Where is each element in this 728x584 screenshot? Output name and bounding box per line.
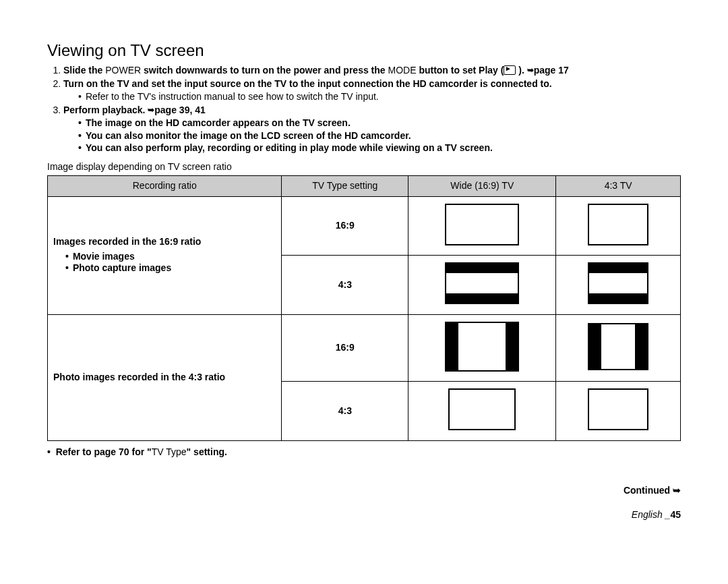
- sub-note: You can also monitor the image on the LC…: [78, 130, 681, 142]
- step-1: Slide the POWER switch downwards to turn…: [63, 65, 681, 77]
- col-wide-tv: Wide (16:9) TV: [408, 176, 556, 197]
- tv-type-label: TV Type: [152, 446, 187, 457]
- power-label: POWER: [105, 65, 141, 76]
- letterbox-icon: [445, 262, 519, 304]
- ratio-table: Recording ratio TV Type setting Wide (16…: [47, 175, 681, 441]
- page-title: Viewing on TV screen: [47, 40, 681, 61]
- cell-recording-43: Photo images recorded in the 4:3 ratio: [48, 314, 282, 440]
- page-ref: page 39, 41: [154, 105, 206, 115]
- language-label: English _: [632, 509, 671, 520]
- mode-label: MODE: [388, 65, 417, 76]
- sub-note: The image on the HD camcorder appears on…: [78, 117, 681, 129]
- footnote: • Refer to page 70 for "TV Type" setting…: [47, 446, 681, 459]
- text: button to set Play (: [417, 65, 504, 76]
- frame-icon: [588, 204, 648, 245]
- col-43-tv: 4:3 TV: [556, 176, 681, 197]
- frame-icon: [588, 388, 648, 430]
- cell-preview: [408, 382, 556, 441]
- text: Images recorded in the 16:9 ratio: [53, 236, 201, 247]
- cell-tv-type: 16:9: [282, 196, 408, 256]
- list-item: Photo capture images: [65, 262, 276, 274]
- text: Perform playback.: [63, 105, 148, 115]
- cell-preview: [408, 196, 556, 256]
- page-ref-arrow-icon: ➥: [148, 105, 154, 115]
- col-tv-type: TV Type setting: [282, 176, 408, 197]
- instruction-list: Slide the POWER switch downwards to turn…: [47, 65, 681, 154]
- table-row: Photo images recorded in the 4:3 ratio 1…: [48, 314, 681, 382]
- pillarbox-icon: [588, 323, 648, 370]
- text: Refer to page 70 for ": [56, 446, 152, 457]
- cell-preview: [408, 314, 556, 382]
- sub-note: You can also perform play, recording or …: [78, 142, 681, 154]
- cell-preview: [556, 314, 681, 382]
- page-number: 45: [670, 509, 681, 520]
- cell-preview: [556, 382, 681, 441]
- play-icon: [504, 65, 516, 75]
- text: " setting.: [187, 446, 227, 457]
- page-footer: English _45: [47, 509, 681, 521]
- cell-tv-type: 4:3: [282, 382, 408, 441]
- text: switch downwards to turn on the power an…: [141, 65, 388, 76]
- table-caption: Image display depending on TV screen rat…: [47, 161, 681, 173]
- continued-label: Continued ➥: [47, 485, 681, 497]
- table-row: Images recorded in the 16:9 ratio Movie …: [48, 196, 681, 256]
- text: Slide the: [63, 65, 105, 76]
- frame-icon: [445, 204, 519, 245]
- step-3: Perform playback. ➥page 39, 41 The image…: [63, 105, 681, 154]
- cell-preview: [408, 256, 556, 315]
- sub-note: Refer to the TV's instruction manual to …: [78, 91, 681, 103]
- page-ref: page 17: [534, 65, 569, 76]
- table-header-row: Recording ratio TV Type setting Wide (16…: [48, 176, 681, 197]
- list-item: Movie images: [65, 251, 276, 263]
- page-ref-arrow-icon: ➥: [527, 65, 534, 75]
- cell-preview: [556, 196, 681, 256]
- text: Photo images recorded in the 4:3 ratio: [53, 372, 225, 382]
- cell-preview: [556, 256, 681, 315]
- letterbox-icon: [588, 262, 648, 304]
- col-recording-ratio: Recording ratio: [48, 176, 282, 197]
- text: Turn on the TV and set the input source …: [63, 78, 552, 89]
- cell-tv-type: 4:3: [282, 256, 408, 315]
- cell-recording-169: Images recorded in the 16:9 ratio Movie …: [48, 196, 282, 314]
- frame-icon: [448, 388, 516, 430]
- text: ).: [516, 65, 526, 76]
- pillarbox-icon: [445, 322, 519, 372]
- cell-tv-type: 16:9: [282, 314, 408, 382]
- step-2: Turn on the TV and set the input source …: [63, 78, 681, 103]
